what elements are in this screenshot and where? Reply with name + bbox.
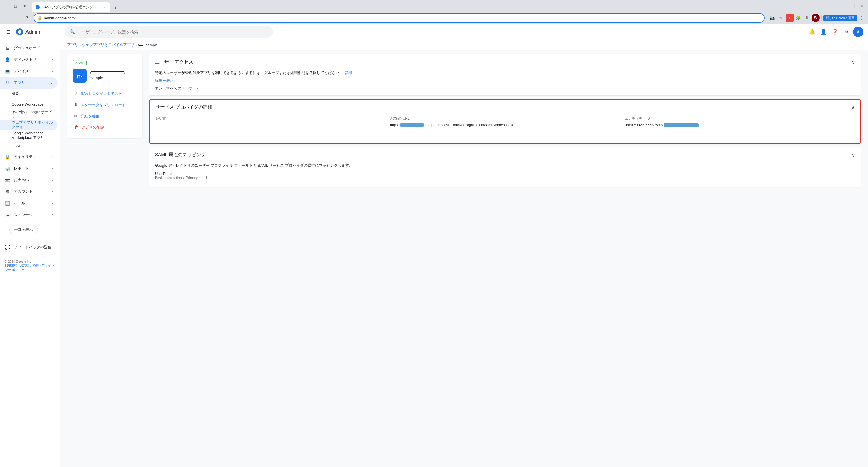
sp-acs-blurred: [400, 123, 424, 127]
sidebar-item-billing[interactable]: 💳 お支払い ›: [0, 174, 58, 186]
user-avatar[interactable]: A: [853, 27, 863, 37]
test-saml-icon: ↗: [74, 91, 78, 96]
new-tab-button[interactable]: +: [111, 4, 119, 12]
help-icon[interactable]: ❓: [830, 27, 840, 37]
ext-icon-1[interactable]: X: [785, 14, 794, 22]
tab-close-icon[interactable]: ×: [101, 5, 107, 10]
sp-cert-value: [158, 125, 383, 134]
attr-row-useremail: UserEmail Basic Information > Primary em…: [155, 172, 855, 180]
sidebar-subitem-overview[interactable]: 概要: [0, 89, 60, 99]
on-status-text: オン（すべてのユーザー）: [155, 86, 855, 91]
billing-chevron-icon: ›: [52, 178, 53, 182]
more-options-icon[interactable]: ⋮: [858, 14, 866, 22]
back-button[interactable]: ←: [2, 13, 11, 23]
sidebar-item-security[interactable]: 🔒 セキュリティ ›: [0, 151, 58, 163]
profile-w-icon[interactable]: W: [812, 14, 820, 22]
sidebar-subitem-other-google[interactable]: その他の Google サービス: [0, 109, 60, 120]
account-circle-icon[interactable]: 👤: [818, 27, 829, 37]
directory-icon: 👤: [5, 57, 10, 62]
search-box[interactable]: 🔍: [65, 26, 273, 38]
chrome-available-banner[interactable]: 新しい Chrome 可用: [824, 15, 857, 21]
sp-cert-box: [156, 123, 385, 136]
user-access-header[interactable]: ユーザー アクセス ∨: [149, 54, 861, 70]
sidebar-item-apps[interactable]: ⠿ アプリ ∨: [0, 77, 58, 89]
billing-terms-link[interactable]: お支払い条件: [20, 264, 39, 267]
storage-label: ストレージ: [14, 212, 48, 217]
sp-acs-label: ACS の URL: [390, 116, 620, 121]
admin-title-text: Admin: [26, 29, 40, 35]
sidebar-subitem-marketplace[interactable]: Google Workspace Marketplace アプリ: [0, 130, 60, 141]
sidebar-item-directory[interactable]: 👤 ディレクトリ ›: [0, 54, 58, 65]
reports-icon: 📊: [5, 166, 10, 171]
notifications-icon[interactable]: 🔔: [807, 27, 817, 37]
sidebar-item-feedback[interactable]: 💬 フィードバックの送信: [0, 241, 58, 253]
app-name-container: sample: [90, 71, 125, 80]
sidebar-subitem-ldap[interactable]: LDAP: [0, 141, 60, 151]
user-access-chevron-icon: ∨: [851, 59, 855, 65]
sp-section-title: サービス プロバイダの詳細: [156, 104, 212, 110]
dashboard-label: ダッシュボード: [14, 46, 53, 51]
download-metadata-button[interactable]: ⬇ メタデータをダウンロード: [73, 100, 136, 110]
sidebar-subitem-web-mobile[interactable]: ウェブアプリとモバイルアプリ: [0, 120, 58, 130]
main-content: 🔍 🔔 👤 ❓ ⠿ A アプリ › ウェブアプリとモバイルアプリ › sampl…: [60, 24, 868, 467]
overview-label: 概要: [11, 91, 19, 96]
storage-icon: ☁: [5, 212, 10, 217]
sp-entity-blurred: [664, 123, 699, 127]
search-input[interactable]: [78, 30, 268, 34]
app-actions: ↗ SAML ログインをテスト ⬇ メタデータをダウンロード ✏ 詳細を編集: [73, 89, 136, 132]
show-details-link[interactable]: 詳細を表示: [155, 78, 855, 83]
left-panel: SAML n- sample ↗ SAML ログインをテスト: [67, 54, 142, 462]
browser-minimize-icon[interactable]: −: [839, 2, 847, 10]
browser-restore-icon[interactable]: ⬜: [848, 2, 857, 10]
active-tab[interactable]: A SAMLアプリの詳細 - 管理コンソー... ×: [32, 2, 110, 12]
tab-title: SAMLアプリの詳細 - 管理コンソー...: [42, 5, 99, 10]
reload-button[interactable]: ↻: [23, 13, 32, 23]
grid-icon[interactable]: ⠿: [841, 27, 852, 37]
account-icon: ⚙: [5, 189, 10, 195]
address-bar-row: ← → ↻ 🔒 admin.google.com/ 📷 ☆ X 🧩 ⬇ W 新し…: [0, 12, 868, 24]
edit-details-button[interactable]: ✏ 詳細を編集: [73, 111, 136, 121]
devices-chevron-icon: ›: [52, 69, 53, 73]
user-access-details-link[interactable]: 詳細: [345, 70, 353, 75]
screenshot-icon[interactable]: 📷: [768, 14, 776, 22]
extensions-icon[interactable]: 🧩: [794, 14, 802, 22]
sidebar-item-rules[interactable]: 📋 ルール ›: [0, 197, 58, 209]
billing-label: お支払い: [14, 177, 48, 182]
browser-close-icon[interactable]: ×: [858, 2, 866, 10]
delete-app-button[interactable]: 🗑 アプリの削除: [73, 122, 136, 132]
saml-attr-header[interactable]: SAML 属性のマッピング ∨: [149, 147, 861, 163]
bookmark-icon[interactable]: ☆: [777, 14, 785, 22]
address-text: admin.google.com/: [44, 16, 76, 20]
footer-links: 利用規約 · お支払い条件 · プライバシー ポリシー: [5, 263, 55, 272]
attr-value-useremail: Basic Information > Primary email: [155, 176, 855, 180]
browser-controls: − □ ×: [2, 2, 29, 10]
ldap-label: LDAP: [11, 144, 21, 148]
breadcrumb-apps-link[interactable]: アプリ: [67, 42, 79, 48]
breadcrumb-webmobile-link[interactable]: ウェブアプリとモバイルアプリ: [82, 42, 134, 48]
sidebar-item-reports[interactable]: 📊 レポート ›: [0, 163, 58, 174]
download-icon[interactable]: ⬇: [803, 14, 811, 22]
sidebar-item-storage[interactable]: ☁ ストレージ ›: [0, 209, 58, 221]
attr-name-useremail: UserEmail: [155, 172, 855, 176]
edit-details-label: 詳細を編集: [81, 114, 99, 119]
show-more-button[interactable]: 一部を表示: [9, 225, 38, 234]
maximize-button[interactable]: □: [11, 2, 20, 10]
hamburger-menu-button[interactable]: ☰: [5, 28, 13, 36]
user-access-description: 特定のユーザーが管理対象アプリを利用できるようにするには、グループまたは組織部門…: [155, 70, 855, 76]
minimize-button[interactable]: −: [2, 2, 10, 10]
sidebar-subitem-google-workspace[interactable]: Google Workspace: [0, 99, 60, 109]
saml-attr-body: Google ディレクトリのユーザー プロファイル フィールドを SAML サー…: [149, 163, 861, 187]
sp-section-header[interactable]: サービス プロバイダの詳細 ∨: [150, 99, 861, 115]
sidebar-item-dashboard[interactable]: ⊞ ダッシュボード: [0, 42, 58, 54]
sidebar-item-devices[interactable]: 💻 デバイス ›: [0, 65, 58, 77]
address-bar[interactable]: 🔒 admin.google.com/: [34, 13, 765, 23]
download-metadata-icon: ⬇: [74, 102, 78, 108]
terms-link[interactable]: 利用規約: [5, 264, 17, 267]
sidebar-item-account[interactable]: ⚙ アカウント ›: [0, 186, 58, 197]
close-button[interactable]: ×: [21, 2, 29, 10]
user-access-section: ユーザー アクセス ∨ 特定のユーザーが管理対象アプリを利用できるようにするには…: [149, 54, 861, 95]
show-more-container: 一部を表示: [0, 221, 60, 239]
forward-button[interactable]: →: [13, 13, 22, 23]
address-input[interactable]: [78, 16, 761, 20]
test-saml-button[interactable]: ↗ SAML ログインをテスト: [73, 89, 136, 99]
